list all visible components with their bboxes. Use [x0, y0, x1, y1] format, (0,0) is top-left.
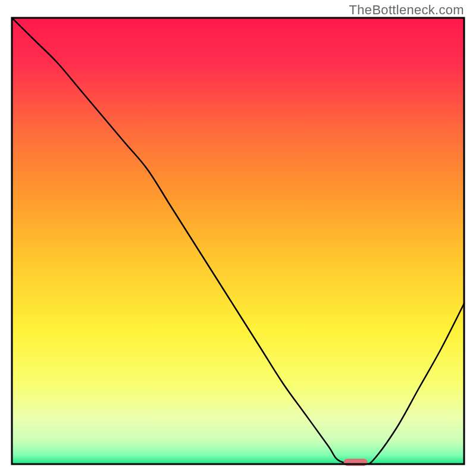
bottleneck-chart	[0, 0, 476, 476]
gradient-background	[12, 18, 464, 464]
watermark-text: TheBottleneck.com	[349, 2, 464, 18]
chart-container: TheBottleneck.com	[0, 0, 476, 476]
